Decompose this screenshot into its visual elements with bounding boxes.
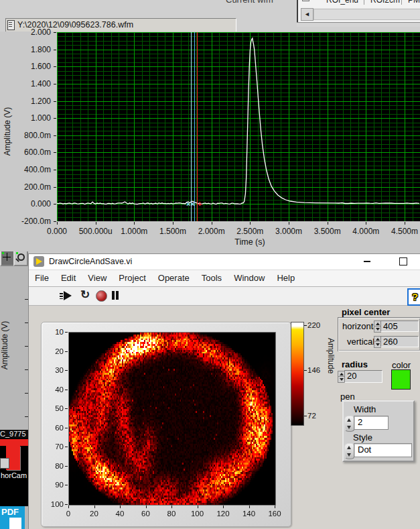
column-divider (401, 0, 402, 5)
int-y-tick-mark (65, 351, 68, 352)
horizontal-scrollbar[interactable]: ◄ (301, 8, 420, 19)
cursor-marker-blue: ×× (186, 200, 195, 208)
run-button[interactable] (60, 291, 74, 301)
menu-view[interactable]: View (82, 270, 113, 286)
top-strip: Current wfm Y:\2020\12\09\095623.786.wfm… (0, 0, 420, 32)
waveform-graph: Amplitude (V) 2.0001.8001.6001.4001.2001… (0, 32, 420, 251)
x-tick-label: 4.500m (383, 227, 420, 236)
bg-col-roi-end: ROI_end (326, 0, 358, 5)
x-tick-label: 2.500m (228, 227, 271, 236)
y-tick-mark (54, 118, 56, 119)
menu-window[interactable]: Window (228, 270, 271, 286)
y-tick-label: 200.0m (16, 182, 51, 192)
labview-app-icon (33, 256, 44, 267)
y-tick-label: 1.400 (16, 79, 51, 89)
radius-value[interactable]: 20 (344, 370, 382, 383)
vertical-value[interactable]: 260 (380, 336, 419, 347)
int-y-tick-mark (65, 408, 68, 409)
camera-window-title: C_9775 (0, 430, 28, 438)
pause-button[interactable] (112, 291, 120, 300)
y-tick-mark (54, 187, 56, 188)
thorcam-logo: horCam (0, 438, 28, 506)
menu-help[interactable]: Help (271, 270, 301, 286)
front-panel: 102030405060708090100 020406080100120140… (29, 306, 420, 529)
int-y-tick-label: 60 (49, 424, 64, 432)
cursor-line-2[interactable] (194, 32, 195, 221)
bg-col-roi2cm: ROI2cm (370, 0, 400, 5)
color-scale[interactable] (291, 322, 304, 426)
int-x-tick-mark (171, 506, 172, 508)
title-bar[interactable]: DrawCircleAndSave.vi (29, 254, 420, 270)
y-tick-mark (54, 221, 56, 222)
checkbox-icon (302, 0, 309, 1)
int-x-tick-label: 0 (60, 510, 77, 518)
minimize-button[interactable] (364, 261, 370, 262)
path-type-icon (7, 20, 15, 30)
colorbar-tick-mark (304, 416, 307, 416)
horizontal-value[interactable]: 405 (380, 320, 419, 332)
waveform-plot-area[interactable]: ××+ (57, 32, 420, 221)
x-tick-mark (57, 222, 58, 225)
y-tick-mark (54, 135, 56, 136)
toolbar: ↻ ? (29, 287, 420, 306)
pen-width-value[interactable]: 2 (354, 416, 389, 430)
y-tick-mark (54, 152, 56, 153)
cursor-marker-red: + (198, 200, 202, 208)
x-tick-mark (366, 222, 366, 225)
int-y-tick-mark (65, 466, 68, 467)
current-wfm-label: Current wfm (226, 0, 299, 5)
x-tick-mark (405, 222, 405, 225)
menu-file[interactable]: File (29, 270, 55, 286)
pixel-center-label: pixel center (342, 307, 390, 317)
scrollbar-track[interactable] (313, 9, 420, 20)
y-tick-label: 400.0m (16, 165, 51, 174)
int-y-tick-label: 100 (49, 500, 64, 508)
intensity-graph: 102030405060708090100 020406080100120140… (41, 322, 291, 527)
x-tick-mark (212, 222, 212, 225)
scroll-left-button[interactable]: ◄ (301, 8, 313, 21)
int-y-tick-mark (65, 370, 68, 371)
menu-project[interactable]: Project (113, 270, 151, 286)
context-help-button[interactable]: ? (407, 288, 420, 306)
int-y-tick-label: 30 (49, 366, 64, 374)
y-tick-mark (54, 101, 56, 102)
x-tick-mark (173, 222, 173, 225)
intensity-plot-area[interactable] (68, 332, 276, 506)
menu-operate[interactable]: Operate (152, 270, 196, 286)
graph-zoom-tool-button[interactable] (13, 251, 28, 266)
maximize-button[interactable] (399, 257, 407, 266)
x-tick-label: 3.000m (267, 227, 310, 236)
x-tick-mark (289, 222, 289, 225)
colorbar-tick-mark (304, 370, 307, 371)
pdf-app-icon[interactable]: PDF (0, 506, 25, 529)
pixel-center-cluster: horizontal 405 vertical 260 (338, 317, 420, 351)
colorbar-tick-label: 146 (307, 366, 320, 374)
int-x-tick-label: 140 (240, 510, 258, 518)
int-y-tick-label: 40 (49, 386, 64, 394)
int-x-tick-label: 120 (214, 510, 232, 518)
y-tick-label: -200.0m (16, 217, 51, 226)
waveform-trace (57, 32, 420, 221)
y-tick-label: 1.000 (16, 113, 51, 123)
int-x-tick-label: 100 (189, 510, 206, 518)
y-tick-label: 0.000 (16, 199, 51, 209)
radius-label: radius (342, 359, 368, 369)
menu-edit[interactable]: Edit (55, 270, 82, 286)
y-tick-mark (54, 204, 56, 204)
color-scale-label: Amplitude (326, 338, 336, 373)
background-amplitude-label: Amplitude (V) (0, 278, 9, 412)
abort-button[interactable] (96, 290, 107, 302)
graph-cursor-tool-button[interactable] (0, 251, 15, 266)
pen-style-value[interactable]: Dot (354, 443, 412, 457)
int-x-tick-mark (223, 506, 224, 508)
run-continuously-button[interactable]: ↻ (78, 288, 92, 302)
int-y-tick-mark (65, 428, 68, 428)
y-tick-label: 2.000 (16, 27, 51, 37)
window-title: DrawCircleAndSave.vi (49, 257, 132, 266)
cursor-line-1[interactable] (191, 32, 192, 221)
int-y-tick-mark (65, 390, 68, 390)
int-y-tick-mark (65, 504, 68, 505)
cursor-line-3[interactable] (197, 32, 198, 221)
menu-tools[interactable]: Tools (196, 270, 228, 286)
color-swatch[interactable] (391, 369, 411, 390)
